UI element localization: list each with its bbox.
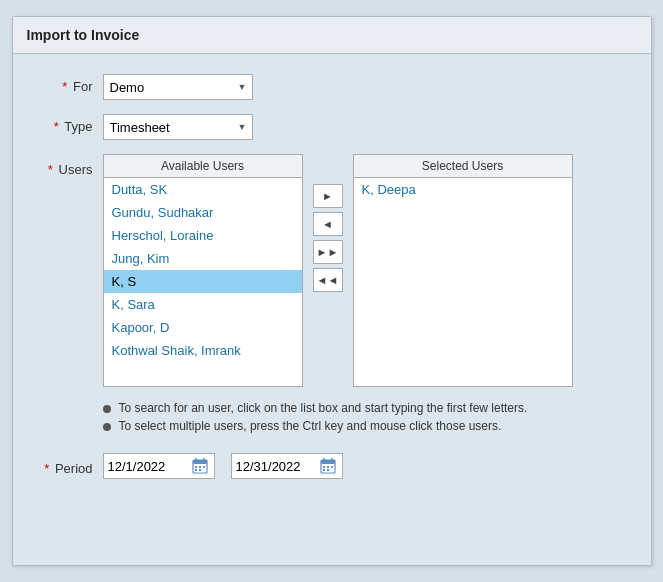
move-all-right-button[interactable]: ►► (313, 240, 343, 264)
type-select-wrapper: Timesheet (103, 114, 253, 140)
list-item-selected[interactable]: K, S (104, 270, 302, 293)
for-label: * For (43, 74, 103, 94)
svg-rect-8 (199, 469, 201, 471)
list-item[interactable]: K, Sara (104, 293, 302, 316)
users-section: Available Users Dutta, SK Gundu, Sudhaka… (103, 154, 573, 387)
hint-text-1: To search for an user, click on the list… (119, 401, 528, 415)
move-all-left-button[interactable]: ◄◄ (313, 268, 343, 292)
svg-rect-16 (323, 469, 325, 471)
list-item[interactable]: K, Deepa (354, 178, 572, 201)
svg-rect-15 (331, 466, 333, 468)
start-date-wrapper (103, 453, 215, 479)
svg-rect-10 (321, 460, 335, 464)
required-star-for: * (62, 79, 67, 94)
list-item[interactable]: Gundu, Sudhakar (104, 201, 302, 224)
start-date-input[interactable] (108, 459, 188, 474)
period-label: * Period (43, 456, 103, 476)
hint-text-2: To select multiple users, press the Ctrl… (119, 419, 502, 433)
for-dropdown[interactable]: Demo (103, 74, 253, 100)
users-row: * Users Available Users Dutta, SK Gundu,… (43, 154, 621, 387)
svg-rect-7 (195, 469, 197, 471)
available-users-listbox[interactable]: Dutta, SK Gundu, Sudhakar Herschol, Lora… (103, 177, 303, 387)
type-label: * Type (43, 114, 103, 134)
dialog-title: Import to Invoice (13, 17, 651, 54)
end-date-input[interactable] (236, 459, 316, 474)
hint-item-1: To search for an user, click on the list… (103, 401, 621, 415)
svg-rect-14 (327, 466, 329, 468)
type-control: Timesheet (103, 114, 253, 140)
for-select-wrapper: Demo (103, 74, 253, 100)
for-control: Demo (103, 74, 253, 100)
list-item[interactable]: Kothwal Shaik, Imrank (104, 339, 302, 362)
import-to-invoice-dialog: Import to Invoice * For Demo * Type (12, 16, 652, 566)
selected-users-container: Selected Users K, Deepa (353, 154, 573, 387)
end-calendar-icon[interactable] (318, 456, 338, 476)
hint-bullet-2 (103, 423, 111, 431)
available-users-container: Available Users Dutta, SK Gundu, Sudhaka… (103, 154, 303, 387)
required-star-period: * (44, 461, 49, 476)
required-star-type: * (54, 119, 59, 134)
list-item[interactable]: Jung, Kim (104, 247, 302, 270)
svg-rect-6 (203, 466, 205, 468)
hint-section: To search for an user, click on the list… (103, 401, 621, 433)
start-calendar-icon[interactable] (190, 456, 210, 476)
hint-bullet-1 (103, 405, 111, 413)
for-row: * For Demo (43, 74, 621, 100)
selected-users-header: Selected Users (353, 154, 573, 177)
svg-rect-13 (323, 466, 325, 468)
list-item[interactable]: Dutta, SK (104, 178, 302, 201)
end-date-wrapper (231, 453, 343, 479)
type-dropdown[interactable]: Timesheet (103, 114, 253, 140)
dialog-body: * For Demo * Type Timesheet (13, 54, 651, 499)
period-row: * Period (43, 453, 621, 479)
users-label: * Users (43, 154, 103, 177)
list-item[interactable]: Herschol, Loraine (104, 224, 302, 247)
svg-rect-17 (327, 469, 329, 471)
move-right-button[interactable]: ► (313, 184, 343, 208)
list-item[interactable]: Kapoor, D (104, 316, 302, 339)
hint-item-2: To select multiple users, press the Ctrl… (103, 419, 621, 433)
transfer-buttons: ► ◄ ►► ◄◄ (313, 154, 343, 292)
selected-users-listbox[interactable]: K, Deepa (353, 177, 573, 387)
svg-rect-4 (195, 466, 197, 468)
svg-rect-1 (193, 460, 207, 464)
svg-rect-5 (199, 466, 201, 468)
type-row: * Type Timesheet (43, 114, 621, 140)
available-users-header: Available Users (103, 154, 303, 177)
required-star-users: * (48, 162, 53, 177)
move-left-button[interactable]: ◄ (313, 212, 343, 236)
